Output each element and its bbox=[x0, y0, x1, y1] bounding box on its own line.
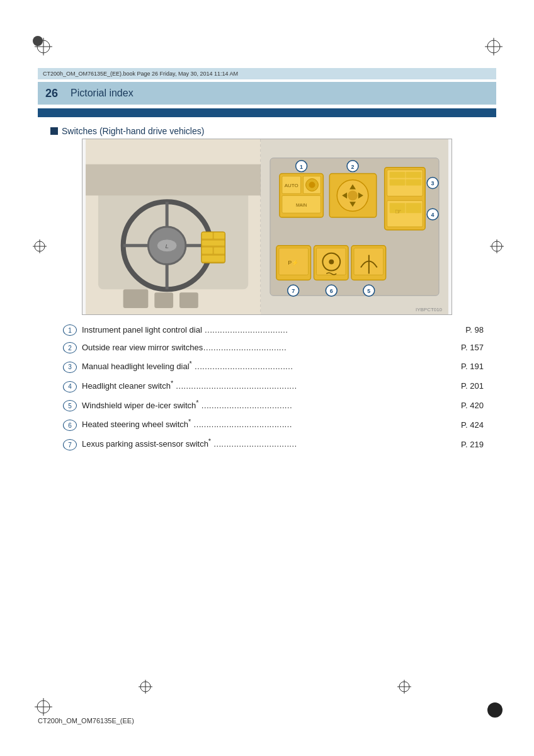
item-number-3: 3 bbox=[63, 362, 77, 373]
svg-rect-28 bbox=[214, 248, 225, 254]
item-number-4: 4 bbox=[63, 381, 77, 392]
item-page-3: P. 191 bbox=[461, 362, 484, 371]
reg-mark-bottom-mid-left bbox=[139, 680, 152, 696]
list-item: 1 Instrument panel light control dial ……… bbox=[63, 324, 484, 336]
list-item: 6 Heated steering wheel switch* ……………………… bbox=[63, 418, 484, 431]
file-info-text: CT200h_OM_OM76135E_(EE).book Page 26 Fri… bbox=[43, 71, 238, 77]
svg-point-10 bbox=[33, 36, 43, 46]
svg-text:2: 2 bbox=[351, 164, 355, 170]
item-number-7: 7 bbox=[63, 439, 77, 450]
list-item: 5 Windshield wiper de-icer switch* ……………… bbox=[63, 399, 484, 412]
section-title-container: Switches (Right-hand drive vehicles) bbox=[50, 126, 204, 136]
item-text-5: Windshield wiper de-icer switch* …………………… bbox=[82, 399, 461, 410]
items-list: 1 Instrument panel light control dial ……… bbox=[63, 324, 484, 457]
item-text-7: Lexus parking assist-sensor switch* …………… bbox=[82, 437, 461, 449]
svg-rect-14 bbox=[86, 164, 261, 196]
section-title-text: Switches (Right-hand drive vehicles) bbox=[62, 126, 204, 136]
item-number-2: 2 bbox=[63, 342, 77, 353]
section-icon bbox=[50, 127, 58, 135]
item-text-1: Instrument panel light control dial …………… bbox=[82, 325, 465, 335]
item-page-7: P. 219 bbox=[461, 440, 484, 449]
svg-text:MAIN: MAIN bbox=[296, 203, 307, 207]
svg-rect-30 bbox=[123, 289, 149, 308]
svg-rect-26 bbox=[202, 241, 225, 246]
svg-text:P⚡: P⚡ bbox=[288, 259, 299, 266]
list-item: 7 Lexus parking assist-sensor switch* ……… bbox=[63, 437, 484, 450]
page-header: 26 Pictorial index bbox=[38, 82, 496, 105]
reg-mark-bottom-left bbox=[35, 698, 52, 718]
svg-rect-63 bbox=[406, 203, 421, 213]
svg-rect-59 bbox=[390, 180, 406, 186]
list-item: 3 Manual headlight leveling dial* ………………… bbox=[63, 360, 484, 373]
svg-text:3: 3 bbox=[431, 180, 435, 186]
accent-bar bbox=[38, 108, 496, 117]
diagram-svg: L AUTO MAIN 1 bbox=[82, 139, 452, 314]
item-text-2: Outside rear view mirror switches…………………… bbox=[82, 343, 461, 352]
svg-point-41 bbox=[309, 182, 315, 188]
item-page-4: P. 201 bbox=[461, 381, 484, 391]
svg-point-75 bbox=[329, 260, 334, 265]
item-text-6: Heated steering wheel switch* …………………………… bbox=[82, 418, 461, 429]
page-number: 26 bbox=[45, 87, 58, 100]
item-number-5: 5 bbox=[63, 400, 77, 411]
svg-point-48 bbox=[348, 190, 358, 200]
svg-text:☞: ☞ bbox=[395, 207, 402, 216]
svg-text:7: 7 bbox=[292, 288, 295, 294]
footer-text: CT200h_OM_OM76135E_(EE) bbox=[38, 717, 134, 724]
svg-text:IYBPCT010: IYBPCT010 bbox=[416, 307, 442, 312]
page-title: Pictorial index bbox=[71, 88, 134, 99]
svg-text:5: 5 bbox=[367, 288, 370, 294]
svg-rect-32 bbox=[179, 292, 198, 308]
footer: CT200h_OM_OM76135E_(EE) bbox=[38, 717, 496, 724]
svg-rect-27 bbox=[202, 248, 213, 254]
item-page-2: P. 157 bbox=[461, 343, 484, 352]
item-page-6: P. 424 bbox=[461, 420, 484, 430]
svg-text:AUTO: AUTO bbox=[285, 183, 298, 188]
item-text-4: Headlight cleaner switch* ……………………………………… bbox=[82, 379, 461, 391]
reg-mark-right-mid bbox=[490, 239, 504, 256]
svg-rect-60 bbox=[406, 180, 421, 186]
svg-text:6: 6 bbox=[330, 288, 333, 294]
item-number-1: 1 bbox=[63, 324, 77, 336]
item-text-3: Manual headlight leveling dial* ……………………… bbox=[82, 360, 461, 371]
item-page-5: P. 420 bbox=[461, 401, 484, 410]
svg-text:L: L bbox=[165, 243, 169, 249]
reg-mark-bottom-mid-right bbox=[397, 680, 411, 696]
diagram-container: L AUTO MAIN 1 bbox=[82, 139, 452, 315]
corner-mark-tl bbox=[31, 35, 44, 50]
item-page-1: P. 98 bbox=[465, 325, 484, 335]
list-item: 4 Headlight cleaner switch* ………………………………… bbox=[63, 379, 484, 392]
reg-mark-top-right bbox=[485, 38, 503, 58]
svg-rect-29 bbox=[202, 256, 225, 262]
svg-rect-58 bbox=[406, 172, 421, 178]
svg-text:1: 1 bbox=[300, 164, 303, 170]
item-number-6: 6 bbox=[63, 420, 77, 431]
svg-rect-24 bbox=[202, 232, 213, 239]
svg-rect-31 bbox=[154, 292, 173, 308]
svg-point-9 bbox=[487, 702, 503, 718]
list-item: 2 Outside rear view mirror switches……………… bbox=[63, 342, 484, 353]
svg-rect-25 bbox=[214, 232, 225, 239]
file-info-bar: CT200h_OM_OM76135E_(EE).book Page 26 Fri… bbox=[38, 68, 496, 79]
svg-text:4: 4 bbox=[431, 212, 435, 218]
reg-mark-left-mid bbox=[33, 239, 47, 256]
svg-rect-57 bbox=[390, 172, 406, 178]
